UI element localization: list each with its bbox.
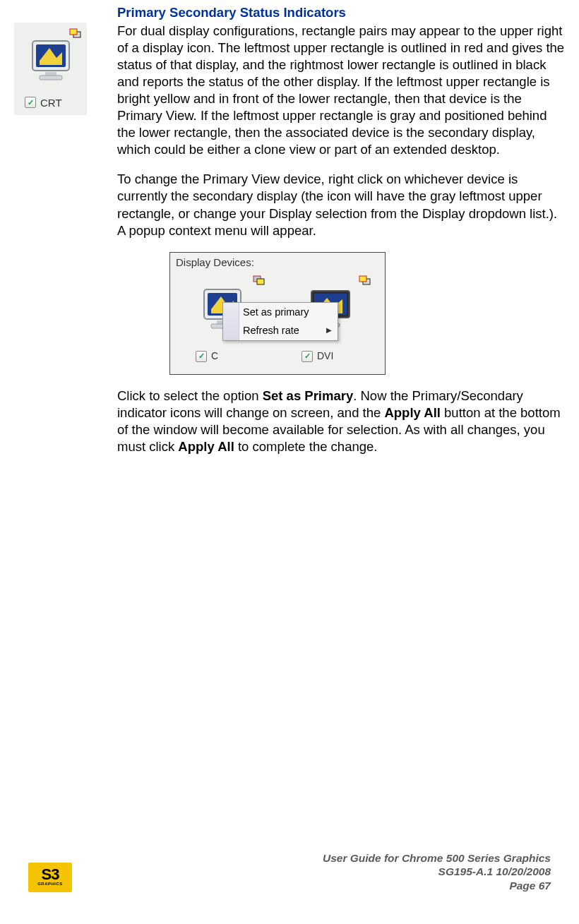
device-left-checkbox[interactable]: ✓ [196, 351, 207, 362]
menu-item-label: Set as primary [243, 306, 309, 318]
right-column: Primary Secondary Status Indicators For … [117, 4, 565, 468]
device-left-checkbox-row: ✓ C [196, 349, 218, 362]
footer-text-block: User Guide for Chrome 500 Series Graphic… [323, 851, 551, 892]
display-devices-figure: Display Devices: [169, 252, 565, 375]
bold-apply-all: Apply All [178, 439, 234, 454]
crt-checkbox[interactable]: ✓ [25, 97, 36, 108]
device-right-checkbox-row: ✓ DVI [302, 349, 333, 362]
panel-title: Display Devices: [176, 256, 254, 270]
content-row: ✓ CRT Primary Secondary Status Indicator… [14, 4, 565, 468]
crt-checkbox-row: ✓ CRT [25, 96, 62, 110]
context-menu: Set as primary Refresh rate ▶ [222, 302, 338, 342]
device-right-label: DVI [317, 349, 333, 362]
device-left-label: C [211, 349, 218, 362]
crt-display-icon-box: ✓ CRT [14, 23, 87, 115]
s3-logo-icon: S3 GRAPHICS [28, 863, 72, 892]
menu-refresh-rate[interactable]: Refresh rate ▶ [223, 321, 338, 340]
left-column: ✓ CRT [14, 4, 92, 115]
secondary-indicator-icon [252, 274, 266, 291]
page-label: Page [509, 880, 538, 892]
paragraph-2: To change the Primary View device, right… [117, 171, 565, 239]
display-devices-panel: Display Devices: [169, 252, 386, 375]
text-run: Click to select the option [117, 388, 263, 403]
svg-rect-1 [70, 29, 77, 35]
logo-text-big: S3 [42, 868, 59, 882]
svg-rect-4 [45, 72, 56, 76]
bold-apply-all: Apply All [384, 405, 440, 420]
crt-monitor-icon [30, 38, 73, 88]
paragraph-3: Click to select the option Set as Primar… [117, 388, 565, 455]
page: ✓ CRT Primary Secondary Status Indicator… [14, 4, 565, 908]
device-right-checkbox[interactable]: ✓ [302, 351, 313, 362]
svg-rect-7 [257, 279, 264, 284]
menu-set-as-primary[interactable]: Set as primary [223, 303, 338, 322]
submenu-arrow-icon: ▶ [326, 325, 332, 335]
page-footer: S3 GRAPHICS User Guide for Chrome 500 Se… [28, 851, 551, 892]
page-number: 67 [539, 880, 551, 892]
bold-set-as-primary: Set as Primary [263, 388, 354, 403]
svg-rect-13 [359, 276, 366, 282]
primary-indicator-icon [358, 274, 372, 291]
text-run: to complete the change. [234, 439, 378, 454]
footer-line-3: Page 67 [323, 879, 551, 892]
footer-line-1: User Guide for Chrome 500 Series Graphic… [323, 851, 551, 865]
logo-text-small: GRAPHICS [37, 882, 63, 887]
svg-rect-5 [40, 76, 62, 80]
footer-line-2: SG195-A.1 10/20/2008 [323, 865, 551, 878]
menu-item-label: Refresh rate [243, 325, 299, 336]
paragraph-1: For dual display configurations, rectang… [117, 23, 565, 158]
crt-label: CRT [40, 96, 62, 110]
section-heading: Primary Secondary Status Indicators [117, 4, 565, 21]
